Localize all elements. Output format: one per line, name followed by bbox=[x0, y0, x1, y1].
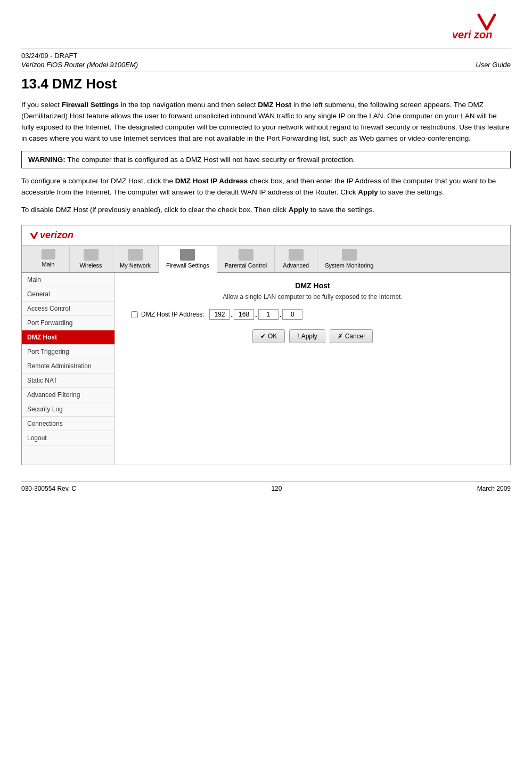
parental-nav-icon bbox=[239, 249, 253, 261]
router-main-content: DMZ Host Allow a single LAN computer to … bbox=[115, 273, 510, 465]
nav-label-wireless: Wireless bbox=[79, 262, 102, 269]
nav-label-mynetwork: My Network bbox=[120, 262, 151, 269]
nav-item-firewall[interactable]: Firewall Settings bbox=[159, 246, 217, 273]
cancel-button[interactable]: ✗ Cancel bbox=[330, 329, 373, 343]
ip-octet-3[interactable] bbox=[258, 309, 279, 320]
content-subtitle: Allow a single LAN computer to be fully … bbox=[126, 293, 500, 301]
router-logo-check bbox=[29, 231, 39, 240]
router-logo: verizon bbox=[29, 230, 73, 241]
footer-center: 120 bbox=[271, 485, 282, 492]
main-nav-icon bbox=[42, 249, 55, 260]
subtitle-bar: Verizon FiOS Router (Model 9100EM) User … bbox=[21, 61, 511, 71]
ip-dot-2: . bbox=[255, 311, 257, 319]
draft-label: 03/24/09 - DRAFT bbox=[21, 52, 511, 60]
sidebar-item-logout[interactable]: Logout bbox=[22, 431, 114, 445]
wireless-nav-icon bbox=[84, 249, 99, 261]
apply-label: Apply bbox=[301, 333, 317, 340]
ip-octet-1[interactable] bbox=[209, 309, 230, 320]
ok-button[interactable]: ✔ OK bbox=[252, 329, 285, 343]
router-sidebar: Main General Access Control Port Forward… bbox=[22, 273, 115, 465]
sidebar-item-port-forwarding[interactable]: Port Forwarding bbox=[22, 316, 114, 330]
router-nav: Main Wireless My Network Firewall Settin… bbox=[22, 246, 510, 273]
footer-left: 030-300554 Rev. C bbox=[21, 485, 76, 492]
nav-item-advanced[interactable]: Advanced bbox=[275, 246, 317, 272]
footer-right: March 2009 bbox=[477, 485, 511, 492]
sidebar-item-security-log[interactable]: Security Log bbox=[22, 402, 114, 417]
svg-text:zon: zon bbox=[473, 29, 492, 40]
button-row: ✔ OK ! Apply ✗ Cancel bbox=[126, 329, 500, 343]
nav-label-advanced: Advanced bbox=[283, 262, 309, 269]
warning-text: The computer that is configured as a DMZ… bbox=[67, 156, 355, 164]
ip-octet-2[interactable] bbox=[234, 309, 254, 320]
dmz-checkbox-label[interactable]: DMZ Host IP Address: bbox=[131, 311, 204, 318]
router-screenshot: verizon Main Wireless My Network Firewal… bbox=[21, 225, 511, 465]
sidebar-item-advanced-filtering[interactable]: Advanced Filtering bbox=[22, 388, 114, 402]
ok-label: OK bbox=[268, 333, 277, 340]
nav-item-sysmon[interactable]: System Monitoring bbox=[317, 246, 381, 272]
page-title: 13.4 DMZ Host bbox=[21, 76, 511, 92]
sysmon-nav-icon bbox=[342, 249, 357, 261]
body-text-1: If you select Firewall Settings in the t… bbox=[21, 100, 511, 144]
nav-item-parental[interactable]: Parental Control bbox=[217, 246, 275, 272]
advanced-nav-icon bbox=[289, 249, 304, 261]
apply-button[interactable]: ! Apply bbox=[289, 329, 325, 343]
guide-label: User Guide bbox=[476, 61, 511, 69]
apply-icon: ! bbox=[297, 333, 299, 340]
verizon-logo: veri zon bbox=[447, 11, 511, 43]
dmz-checkbox[interactable] bbox=[131, 311, 138, 318]
mynetwork-nav-icon bbox=[128, 249, 143, 261]
dmz-form-row: DMZ Host IP Address: . . . bbox=[126, 309, 500, 320]
warning-label: WARNING: bbox=[28, 156, 66, 164]
router-body: Main General Access Control Port Forward… bbox=[22, 273, 510, 465]
ok-checkmark-icon: ✔ bbox=[260, 333, 266, 340]
sidebar-item-static-nat[interactable]: Static NAT bbox=[22, 374, 114, 388]
sidebar-item-dmz-host[interactable]: DMZ Host bbox=[22, 330, 114, 345]
model-label: Verizon FiOS Router (Model 9100EM) bbox=[21, 61, 138, 69]
sidebar-item-main[interactable]: Main bbox=[22, 273, 114, 287]
router-logo-text: verizon bbox=[40, 230, 73, 241]
dmz-checkbox-text: DMZ Host IP Address: bbox=[141, 311, 204, 318]
cancel-label: Cancel bbox=[345, 333, 365, 340]
sidebar-item-port-triggering[interactable]: Port Triggering bbox=[22, 345, 114, 359]
content-title: DMZ Host bbox=[126, 281, 500, 290]
ip-octet-4[interactable] bbox=[282, 309, 302, 320]
router-header: verizon bbox=[22, 225, 510, 246]
warning-box: WARNING: The computer that is configured… bbox=[21, 151, 511, 168]
nav-label-firewall: Firewall Settings bbox=[166, 262, 209, 269]
nav-label-main: Main bbox=[42, 261, 55, 268]
nav-item-mynetwork[interactable]: My Network bbox=[112, 246, 159, 272]
sidebar-item-connections[interactable]: Connections bbox=[22, 417, 114, 431]
svg-text:veri: veri bbox=[452, 29, 471, 40]
page-header: veri zon bbox=[21, 11, 511, 48]
ip-dot-3: . bbox=[280, 311, 282, 319]
sidebar-item-remote-admin[interactable]: Remote Administration bbox=[22, 359, 114, 374]
page-footer: 030-300554 Rev. C 120 March 2009 bbox=[21, 481, 511, 492]
nav-item-wireless[interactable]: Wireless bbox=[70, 246, 112, 272]
sidebar-item-general[interactable]: General bbox=[22, 287, 114, 302]
nav-label-parental: Parental Control bbox=[225, 262, 267, 269]
cancel-icon: ✗ bbox=[338, 333, 343, 340]
sidebar-item-access-control[interactable]: Access Control bbox=[22, 302, 114, 316]
ip-dot-1: . bbox=[231, 311, 233, 319]
nav-label-sysmon: System Monitoring bbox=[325, 262, 373, 269]
ip-input-group: . . . bbox=[209, 309, 302, 320]
firewall-nav-icon bbox=[180, 249, 195, 261]
body-text-2: To configure a computer for DMZ Host, cl… bbox=[21, 176, 511, 198]
body-text-3: To disable DMZ Host (if previously enabl… bbox=[21, 205, 511, 216]
nav-item-main[interactable]: Main bbox=[27, 246, 70, 272]
